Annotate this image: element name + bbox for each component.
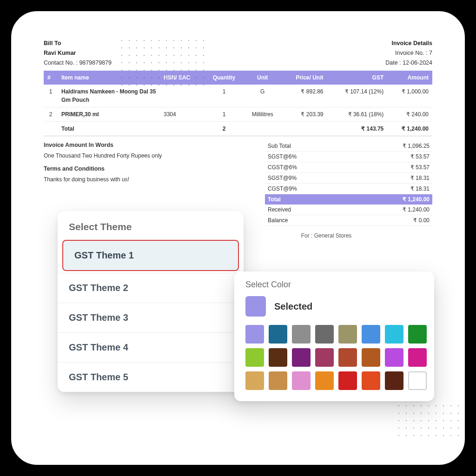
- color-swatch[interactable]: [338, 325, 357, 344]
- contact-no: Contact No. : 9879879879: [44, 59, 112, 67]
- terms-text: Thanks for doing business with us!: [44, 175, 256, 184]
- table-row: 2PRIMER,30 ml33041Millilitres₹ 203.39₹ 3…: [44, 107, 432, 122]
- invoice-details-label: Invoice Details: [385, 39, 432, 48]
- terms-label: Terms and Conditions: [44, 165, 256, 173]
- items-table: # Item name HSN/ SAC Quantity Unit Price…: [44, 71, 432, 136]
- theme-selector-title: Select Theme: [58, 221, 244, 240]
- col-idx: #: [44, 71, 58, 85]
- decorative-dots: [118, 37, 206, 88]
- color-swatch[interactable]: [269, 371, 287, 390]
- theme-option[interactable]: GST Theme 5: [58, 362, 244, 392]
- color-swatch[interactable]: [245, 348, 264, 367]
- color-selector-card: Select Color Selected: [234, 271, 434, 401]
- color-swatch[interactable]: [362, 348, 380, 367]
- color-swatch[interactable]: [245, 325, 264, 344]
- amount-words: One Thousand Two Hundred Forty Rupees on…: [44, 152, 256, 160]
- color-swatch[interactable]: [269, 348, 287, 367]
- color-swatch[interactable]: [362, 371, 380, 390]
- summary-row: CGST@6%₹ 53.57: [265, 162, 432, 173]
- theme-option[interactable]: GST Theme 2: [58, 273, 244, 303]
- col-amount: Amount: [387, 71, 432, 85]
- color-swatch[interactable]: [385, 371, 403, 390]
- color-swatch[interactable]: [292, 325, 311, 344]
- color-swatch[interactable]: [338, 371, 357, 390]
- theme-option[interactable]: GST Theme 1: [62, 240, 239, 271]
- col-unit: Unit: [244, 71, 281, 85]
- color-swatch[interactable]: [362, 325, 380, 344]
- color-swatch[interactable]: [315, 371, 334, 390]
- color-swatch[interactable]: [315, 348, 334, 367]
- color-swatch[interactable]: [292, 348, 311, 367]
- color-selector-title: Select Color: [245, 280, 423, 290]
- color-swatch[interactable]: [408, 371, 427, 390]
- color-swatch[interactable]: [245, 371, 264, 390]
- color-swatch[interactable]: [385, 348, 403, 367]
- summary-row: Balance₹ 0.00: [265, 215, 432, 226]
- invoice-no: Invoice No. : 7: [385, 49, 432, 58]
- summary-row: Sub Total₹ 1,096.25: [265, 141, 432, 152]
- color-swatch-grid: [245, 325, 423, 390]
- summary-row: SGST@9%₹ 18.31: [265, 173, 432, 184]
- amount-words-label: Invoice Amount In Words: [44, 141, 256, 150]
- decorative-dots: [395, 402, 460, 439]
- invoice-date: Date : 12-06-2024: [385, 59, 432, 67]
- col-qty: Quantity: [205, 71, 244, 85]
- total-row: Total2₹ 143.75₹ 1,240.00: [44, 122, 432, 136]
- color-swatch[interactable]: [408, 325, 427, 344]
- summary-total-row: Total₹ 1,240.00: [265, 194, 432, 205]
- theme-selector-card: Select Theme GST Theme 1GST Theme 2GST T…: [58, 211, 244, 392]
- theme-option[interactable]: GST Theme 3: [58, 303, 244, 332]
- for-line: For : General Stores: [220, 231, 432, 240]
- customer-name: Ravi Kumar: [44, 49, 112, 58]
- summary-row: SGST@6%₹ 53.57: [265, 152, 432, 162]
- theme-option[interactable]: GST Theme 4: [58, 332, 244, 362]
- summary-row: Received₹ 1,240.00: [265, 205, 432, 215]
- color-swatch[interactable]: [408, 348, 427, 367]
- color-swatch[interactable]: [269, 325, 287, 344]
- selected-color-label: Selected: [274, 301, 312, 312]
- col-gst: GST: [327, 71, 388, 85]
- color-swatch[interactable]: [338, 348, 357, 367]
- color-swatch[interactable]: [385, 325, 403, 344]
- selected-color-swatch: [245, 296, 266, 317]
- summary-row: CGST@9%₹ 18.31: [265, 184, 432, 194]
- col-price: Price/ Unit: [281, 71, 327, 85]
- color-swatch[interactable]: [315, 325, 334, 344]
- table-row: 1Haldirams Namkeen - Moong Dal 35 Gm Pou…: [44, 85, 432, 107]
- color-swatch[interactable]: [292, 371, 311, 390]
- billto-label: Bill To: [44, 39, 112, 48]
- invoice-preview: Bill To Ravi Kumar Contact No. : 9879879…: [44, 39, 432, 240]
